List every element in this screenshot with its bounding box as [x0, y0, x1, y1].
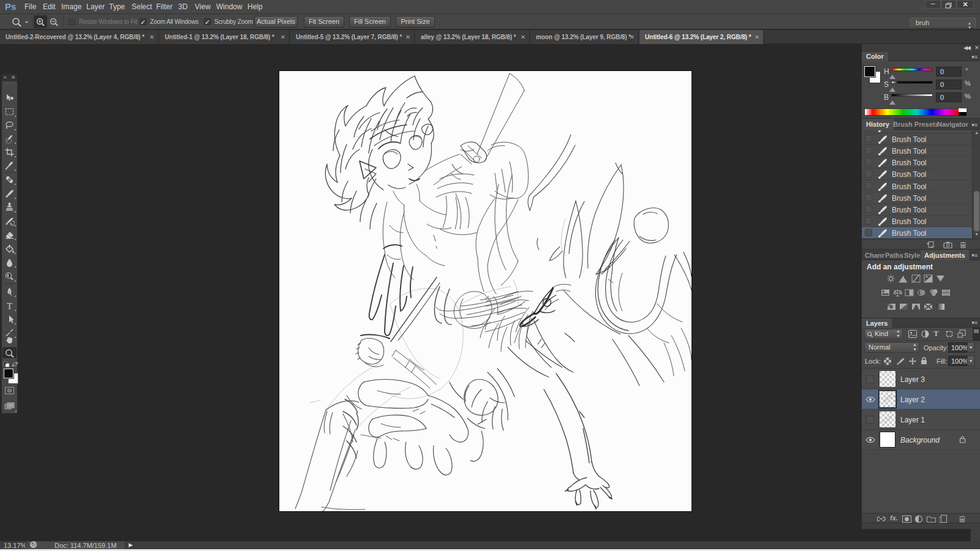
svg-text:T: T: [7, 301, 12, 311]
